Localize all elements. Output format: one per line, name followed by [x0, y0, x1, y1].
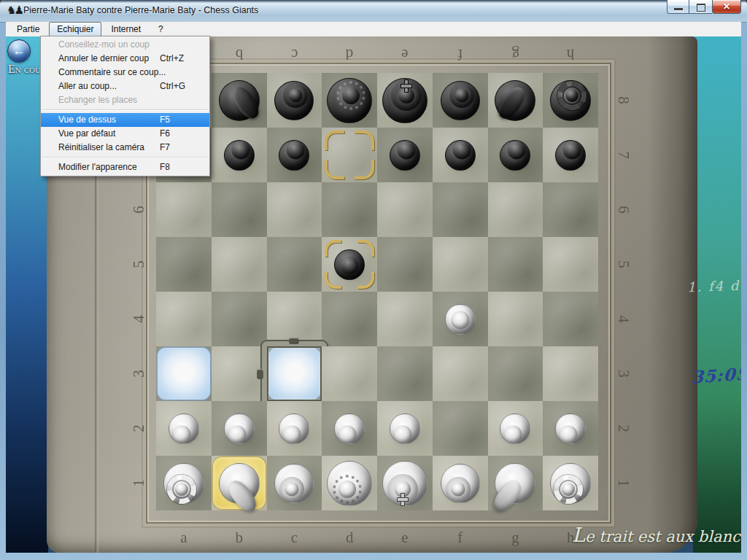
square-h5[interactable]: [543, 237, 598, 292]
square-a4[interactable]: [156, 292, 212, 346]
move-hint-highlight: [158, 348, 210, 400]
menu-item-vue-de-dessus[interactable]: Vue de dessusF5: [41, 113, 209, 127]
menu-item-commentaire-sur-ce-coup[interactable]: Commentaire sur ce coup...: [41, 66, 209, 79]
square-f5[interactable]: [433, 237, 488, 292]
title-bar[interactable]: ♞♟ Pierre-Marie Baty contre Pierre-Marie…: [0, 0, 747, 23]
minimize-button[interactable]: [667, 0, 689, 14]
piece-black-rook[interactable]: [543, 73, 598, 128]
square-g3[interactable]: [488, 346, 543, 401]
piece-black-king[interactable]: [377, 73, 433, 128]
menu-item-label: Aller au coup...: [58, 79, 160, 93]
piece-white-pawn[interactable]: [212, 401, 267, 456]
piece-white-rook[interactable]: [543, 456, 598, 510]
menubar-item-echiquier[interactable]: Echiquier: [49, 22, 101, 36]
menu-item-label: Conseillez-moi un coup: [58, 38, 160, 52]
piece-black-queen[interactable]: [322, 73, 377, 128]
menu-item-modifier-l-apparence[interactable]: Modifier l'apparenceF8: [41, 160, 209, 174]
menu-item-shortcut: [166, 66, 202, 79]
square-e3[interactable]: [377, 346, 433, 401]
piece-white-pawn[interactable]: [433, 292, 488, 346]
menu-item-label: Annuler le dernier coup: [58, 52, 160, 66]
square-f2[interactable]: [433, 401, 488, 456]
piece-black-pawn[interactable]: [433, 128, 488, 182]
piece-white-knight[interactable]: [488, 456, 543, 510]
square-h6[interactable]: [543, 182, 598, 237]
piece-white-bishop[interactable]: [433, 456, 488, 510]
piece-white-knight[interactable]: [212, 456, 267, 510]
piece-black-bishop[interactable]: [267, 73, 322, 128]
piece-white-pawn[interactable]: [322, 401, 377, 456]
square-a6[interactable]: [156, 182, 212, 237]
piece-head: [283, 425, 301, 443]
piece-head: [338, 425, 357, 443]
square-c6[interactable]: [267, 182, 322, 237]
king-cross: [400, 80, 412, 92]
piece-black-knight[interactable]: [212, 73, 267, 128]
square-g4[interactable]: [488, 292, 543, 346]
piece-black-pawn[interactable]: [267, 128, 322, 182]
menu-item-annuler-le-dernier-coup[interactable]: Annuler le dernier coupCtrl+Z: [41, 52, 209, 66]
piece-white-rook[interactable]: [156, 456, 212, 510]
piece-white-pawn[interactable]: [377, 401, 433, 456]
background-right-panel: [693, 36, 741, 553]
square-h4[interactable]: [543, 292, 598, 346]
minimize-icon: [674, 8, 683, 10]
maximize-button[interactable]: [689, 0, 712, 14]
piece-white-queen[interactable]: [322, 456, 377, 510]
square-b5[interactable]: [212, 237, 267, 292]
piece-black-knight[interactable]: [488, 73, 543, 128]
piece-head: [393, 425, 411, 443]
square-b6[interactable]: [212, 182, 267, 237]
menu-item-r-initialiser-la-cam-ra[interactable]: Réinitialiser la caméraF7: [41, 141, 209, 155]
menu-bar: PartieEchiquierInternet?: [6, 22, 741, 36]
square-f3[interactable]: [433, 346, 488, 401]
piece-black-pawn[interactable]: [488, 128, 543, 182]
square-b4[interactable]: [212, 292, 267, 346]
square-d3[interactable]: [322, 346, 377, 401]
square-h3[interactable]: [543, 346, 598, 401]
square-c5[interactable]: [267, 237, 322, 292]
piece-white-pawn[interactable]: [156, 401, 212, 456]
chess-pieces-icon: ♞♟: [7, 4, 22, 16]
piece-white-pawn[interactable]: [488, 401, 543, 456]
menu-item-vue-par-d-faut[interactable]: Vue par défautF6: [41, 127, 209, 141]
square-e4[interactable]: [377, 292, 433, 346]
menu-item-aller-au-coup[interactable]: Aller au coup...Ctrl+G: [41, 79, 209, 93]
piece-black-pawn[interactable]: [322, 237, 377, 292]
piece-black-pawn[interactable]: [212, 128, 267, 182]
king-cross: [397, 494, 409, 505]
piece-black-pawn[interactable]: [543, 128, 598, 182]
piece-white-bishop[interactable]: [267, 456, 322, 510]
square-g5[interactable]: [488, 237, 543, 292]
square-e5[interactable]: [377, 237, 433, 292]
piece-black-bishop[interactable]: [433, 73, 488, 128]
menu-item-label: Modifier l'apparence: [58, 160, 160, 174]
piece-white-pawn[interactable]: [543, 401, 598, 456]
piece-white-king[interactable]: [377, 456, 433, 510]
last-move-from-marker: [355, 131, 374, 150]
turn-message: Le trait est aux blancs.: [572, 524, 741, 546]
square-a3[interactable]: [156, 346, 212, 401]
close-icon: ✕: [713, 1, 740, 12]
menu-item-shortcut: F7: [160, 141, 202, 155]
square-e6[interactable]: [377, 182, 433, 237]
piece-head: [508, 141, 526, 159]
piece-head: [560, 425, 578, 443]
back-button[interactable]: ←: [7, 39, 31, 63]
menubar-item-?[interactable]: ?: [150, 22, 171, 36]
square-g6[interactable]: [488, 182, 543, 237]
piece-head: [342, 87, 360, 104]
piece-head: [451, 482, 465, 496]
square-f6[interactable]: [433, 182, 488, 237]
piece-white-pawn[interactable]: [267, 401, 322, 456]
piece-black-pawn[interactable]: [377, 128, 433, 182]
menubar-item-internet[interactable]: Internet: [103, 22, 149, 36]
square-a5[interactable]: [156, 237, 212, 292]
square-d7[interactable]: [322, 128, 377, 182]
square-d6[interactable]: [322, 182, 377, 237]
maximize-icon: [697, 4, 705, 12]
close-button[interactable]: ✕: [712, 0, 741, 14]
menubar-item-partie[interactable]: Partie: [9, 22, 47, 36]
square-d4[interactable]: [322, 292, 377, 346]
square-c3[interactable]: [267, 346, 322, 401]
